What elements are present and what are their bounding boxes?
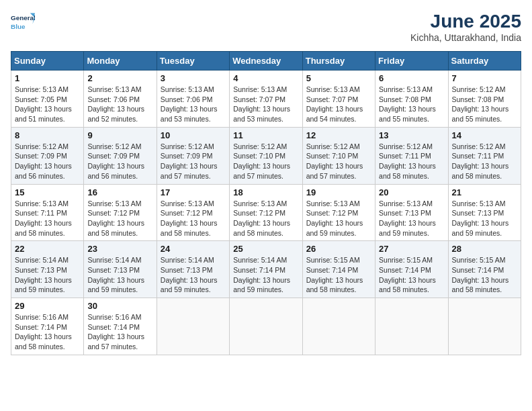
- cell-day-number: 22: [15, 244, 80, 254]
- calendar-cell: 29Sunrise: 5:16 AMSunset: 7:14 PMDayligh…: [11, 298, 84, 355]
- cell-day-number: 5: [306, 73, 371, 83]
- cell-info: Sunrise: 5:13 AMSunset: 7:12 PMDaylight:…: [161, 199, 226, 238]
- cell-info: Sunrise: 5:13 AMSunset: 7:12 PMDaylight:…: [233, 199, 298, 238]
- cell-info: Sunrise: 5:14 AMSunset: 7:13 PMDaylight:…: [87, 255, 152, 295]
- calendar-cell: 30Sunrise: 5:16 AMSunset: 7:14 PMDayligh…: [84, 298, 157, 355]
- calendar-cell: [448, 298, 521, 355]
- calendar-week-row: 15Sunrise: 5:13 AMSunset: 7:11 PMDayligh…: [11, 184, 521, 241]
- calendar-cell: 3Sunrise: 5:13 AMSunset: 7:06 PMDaylight…: [157, 71, 229, 128]
- calendar-header-row: SundayMondayTuesdayWednesdayThursdayFrid…: [11, 52, 521, 71]
- calendar-cell: 28Sunrise: 5:15 AMSunset: 7:14 PMDayligh…: [448, 241, 521, 298]
- header-tuesday: Tuesday: [157, 52, 229, 71]
- cell-info: Sunrise: 5:13 AMSunset: 7:05 PMDaylight:…: [15, 85, 80, 124]
- calendar-cell: [302, 298, 375, 355]
- calendar-cell: 23Sunrise: 5:14 AMSunset: 7:13 PMDayligh…: [84, 241, 157, 298]
- cell-day-number: 27: [379, 244, 444, 254]
- header: General Blue June 2025 Kichha, Uttarakha…: [11, 11, 521, 43]
- cell-day-number: 28: [452, 244, 517, 254]
- calendar-cell: 4Sunrise: 5:13 AMSunset: 7:07 PMDaylight…: [230, 71, 302, 128]
- calendar-cell: 25Sunrise: 5:14 AMSunset: 7:14 PMDayligh…: [230, 241, 302, 298]
- cell-info: Sunrise: 5:15 AMSunset: 7:14 PMDaylight:…: [306, 255, 371, 295]
- cell-info: Sunrise: 5:13 AMSunset: 7:06 PMDaylight:…: [161, 85, 226, 124]
- header-saturday: Saturday: [448, 52, 521, 71]
- svg-text:Blue: Blue: [11, 23, 26, 30]
- calendar-cell: 15Sunrise: 5:13 AMSunset: 7:11 PMDayligh…: [11, 184, 84, 241]
- calendar-cell: 5Sunrise: 5:13 AMSunset: 7:07 PMDaylight…: [302, 71, 375, 128]
- calendar-cell: 9Sunrise: 5:12 AMSunset: 7:09 PMDaylight…: [84, 127, 157, 184]
- cell-day-number: 23: [87, 244, 152, 254]
- logo: General Blue: [11, 11, 35, 35]
- calendar-cell: 26Sunrise: 5:15 AMSunset: 7:14 PMDayligh…: [302, 241, 375, 298]
- cell-info: Sunrise: 5:14 AMSunset: 7:13 PMDaylight:…: [161, 255, 226, 295]
- cell-day-number: 26: [306, 244, 371, 254]
- cell-info: Sunrise: 5:13 AMSunset: 7:12 PMDaylight:…: [306, 199, 371, 238]
- cell-day-number: 20: [379, 187, 444, 197]
- calendar-cell: 13Sunrise: 5:12 AMSunset: 7:11 PMDayligh…: [375, 127, 448, 184]
- cell-day-number: 13: [379, 130, 444, 140]
- calendar-cell: 7Sunrise: 5:12 AMSunset: 7:08 PMDaylight…: [448, 71, 521, 128]
- calendar-cell: [157, 298, 229, 355]
- cell-day-number: 24: [161, 244, 226, 254]
- calendar-cell: 1Sunrise: 5:13 AMSunset: 7:05 PMDaylight…: [11, 71, 84, 128]
- cell-info: Sunrise: 5:12 AMSunset: 7:08 PMDaylight:…: [452, 85, 517, 124]
- cell-info: Sunrise: 5:15 AMSunset: 7:14 PMDaylight:…: [452, 255, 517, 295]
- cell-day-number: 30: [87, 301, 152, 311]
- calendar-cell: 6Sunrise: 5:13 AMSunset: 7:08 PMDaylight…: [375, 71, 448, 128]
- cell-day-number: 17: [161, 187, 226, 197]
- calendar-cell: 24Sunrise: 5:14 AMSunset: 7:13 PMDayligh…: [157, 241, 229, 298]
- cell-info: Sunrise: 5:16 AMSunset: 7:14 PMDaylight:…: [87, 312, 152, 352]
- header-friday: Friday: [375, 52, 448, 71]
- calendar-cell: 16Sunrise: 5:13 AMSunset: 7:12 PMDayligh…: [84, 184, 157, 241]
- header-monday: Monday: [84, 52, 157, 71]
- calendar-cell: 19Sunrise: 5:13 AMSunset: 7:12 PMDayligh…: [302, 184, 375, 241]
- cell-info: Sunrise: 5:14 AMSunset: 7:14 PMDaylight:…: [233, 255, 298, 295]
- cell-day-number: 1: [15, 73, 80, 83]
- calendar-week-row: 1Sunrise: 5:13 AMSunset: 7:05 PMDaylight…: [11, 71, 521, 128]
- cell-day-number: 4: [233, 73, 298, 83]
- cell-day-number: 25: [233, 244, 298, 254]
- cell-info: Sunrise: 5:13 AMSunset: 7:13 PMDaylight:…: [379, 199, 444, 238]
- cell-info: Sunrise: 5:13 AMSunset: 7:13 PMDaylight:…: [452, 199, 517, 238]
- calendar-cell: 22Sunrise: 5:14 AMSunset: 7:13 PMDayligh…: [11, 241, 84, 298]
- cell-info: Sunrise: 5:12 AMSunset: 7:11 PMDaylight:…: [379, 142, 444, 181]
- cell-day-number: 7: [452, 73, 517, 83]
- calendar-table: SundayMondayTuesdayWednesdayThursdayFrid…: [11, 51, 521, 355]
- cell-info: Sunrise: 5:13 AMSunset: 7:12 PMDaylight:…: [87, 199, 152, 238]
- cell-info: Sunrise: 5:12 AMSunset: 7:09 PMDaylight:…: [161, 142, 226, 181]
- cell-info: Sunrise: 5:12 AMSunset: 7:09 PMDaylight:…: [15, 142, 80, 181]
- calendar-cell: [375, 298, 448, 355]
- calendar-week-row: 8Sunrise: 5:12 AMSunset: 7:09 PMDaylight…: [11, 127, 521, 184]
- title-block: June 2025 Kichha, Uttarakhand, India: [410, 11, 521, 43]
- calendar-cell: 8Sunrise: 5:12 AMSunset: 7:09 PMDaylight…: [11, 127, 84, 184]
- cell-day-number: 2: [87, 73, 152, 83]
- calendar-cell: 21Sunrise: 5:13 AMSunset: 7:13 PMDayligh…: [448, 184, 521, 241]
- calendar-cell: 10Sunrise: 5:12 AMSunset: 7:09 PMDayligh…: [157, 127, 229, 184]
- calendar-cell: 11Sunrise: 5:12 AMSunset: 7:10 PMDayligh…: [230, 127, 302, 184]
- cell-day-number: 8: [15, 130, 80, 140]
- cell-info: Sunrise: 5:14 AMSunset: 7:13 PMDaylight:…: [15, 255, 80, 295]
- cell-info: Sunrise: 5:13 AMSunset: 7:06 PMDaylight:…: [87, 85, 152, 124]
- calendar-cell: 27Sunrise: 5:15 AMSunset: 7:14 PMDayligh…: [375, 241, 448, 298]
- calendar-cell: 18Sunrise: 5:13 AMSunset: 7:12 PMDayligh…: [230, 184, 302, 241]
- cell-day-number: 9: [87, 130, 152, 140]
- header-wednesday: Wednesday: [230, 52, 302, 71]
- cell-info: Sunrise: 5:16 AMSunset: 7:14 PMDaylight:…: [15, 312, 80, 352]
- header-thursday: Thursday: [302, 52, 375, 71]
- cell-day-number: 10: [161, 130, 226, 140]
- cell-info: Sunrise: 5:12 AMSunset: 7:10 PMDaylight:…: [306, 142, 371, 181]
- calendar-cell: 12Sunrise: 5:12 AMSunset: 7:10 PMDayligh…: [302, 127, 375, 184]
- cell-day-number: 18: [233, 187, 298, 197]
- calendar-cell: 2Sunrise: 5:13 AMSunset: 7:06 PMDaylight…: [84, 71, 157, 128]
- svg-text:General: General: [11, 14, 35, 21]
- cell-info: Sunrise: 5:12 AMSunset: 7:11 PMDaylight:…: [452, 142, 517, 181]
- cell-day-number: 6: [379, 73, 444, 83]
- cell-day-number: 21: [452, 187, 517, 197]
- cell-day-number: 19: [306, 187, 371, 197]
- calendar-cell: [230, 298, 302, 355]
- header-sunday: Sunday: [11, 52, 84, 71]
- cell-day-number: 11: [233, 130, 298, 140]
- cell-day-number: 14: [452, 130, 517, 140]
- cell-day-number: 3: [161, 73, 226, 83]
- main-title: June 2025: [410, 11, 521, 32]
- cell-day-number: 15: [15, 187, 80, 197]
